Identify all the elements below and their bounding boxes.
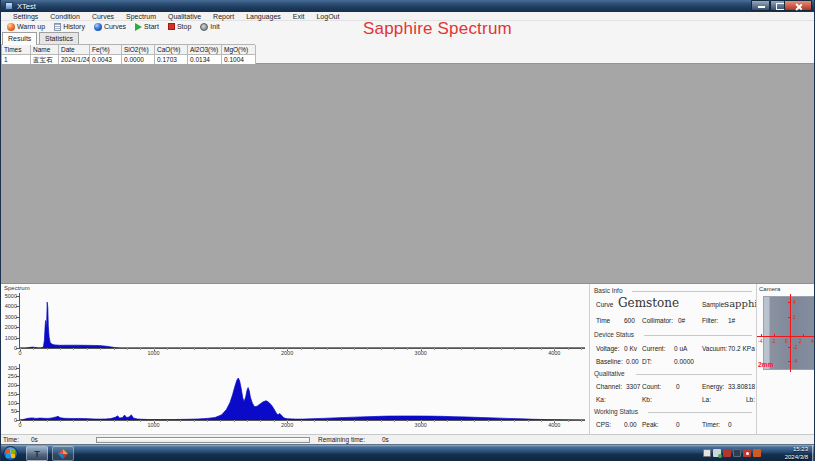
voltage-label: Voltage: [596,345,620,352]
col-header-mgo[interactable]: MgO(%) [222,45,256,55]
init-icon [200,23,208,31]
working-status-title: Working Status [594,408,638,415]
h-tick-label: 2 [799,338,802,344]
status-time-value: 0s [31,436,38,443]
crosshair-tick [761,334,762,337]
start-button[interactable]: Start [132,22,162,32]
voltage-value: 0 Kv [624,345,637,352]
close-button[interactable] [784,0,812,11]
col-header-al2o3[interactable]: Al2O3(%) [188,45,222,55]
crosshair-tick [803,334,804,337]
dt-label: DT: [642,358,652,365]
divider [648,412,752,413]
menu-logout[interactable]: LogOut [310,13,345,20]
tab-strip: Results Statistics [1,32,815,44]
energy-spectrum-chart[interactable]: 01000200030004000500001000200030004000 [19,293,585,349]
current-value: 0 uA [674,345,687,352]
menu-condition[interactable]: Condition [44,13,86,20]
top-zone: Settings Condition Curves Spectrum Quali… [1,12,815,64]
camera-title: Camera [759,286,780,292]
la-label: La: [702,396,711,403]
windows-logo-icon [6,449,15,458]
divider [636,374,752,375]
tab-results[interactable]: Results [2,32,37,45]
qualitative-title: Qualitative [594,370,625,377]
element-spectrum-chart[interactable]: 05010015020025030001000200030004000 [19,364,585,421]
collimator-label: Collimator: [642,317,673,324]
h-tick-label: 4 [811,338,814,344]
tray-update-icon[interactable] [753,449,761,457]
minimize-button[interactable] [751,0,770,11]
vacuum-value: 70.2 KPa [728,345,755,352]
current-label: Current: [642,345,665,352]
workspace-area [1,64,815,283]
init-button[interactable]: Init [197,22,222,32]
count-label: Count: [642,383,661,390]
crosshair-tick [788,361,791,362]
menu-qualitative[interactable]: Qualitative [162,13,207,20]
results-table: Times Name Date Fe(%) SiO2(%) CaO(%) Al2… [1,44,255,64]
start-button[interactable] [3,446,18,461]
col-header-date[interactable]: Date [59,45,90,55]
col-header-times[interactable]: Times [2,45,31,55]
title-bar[interactable]: XTest [1,0,815,12]
taskbar-app-2[interactable] [52,446,74,461]
history-icon [54,23,61,31]
col-header-name[interactable]: Name [31,45,59,55]
ka-label: Ka: [596,396,606,403]
bottom-panel: Spectrum 0100020003000400050000100020003… [1,283,815,434]
basic-info-title: Basic Info [594,287,623,294]
curves-icon [94,23,102,31]
v-tick-label: 2 [793,314,796,320]
tray-audio-icon[interactable] [723,449,731,457]
status-time-label: Time: [3,436,19,443]
curve-value: Gemstone [618,296,679,310]
crosshair-tick [774,334,775,337]
h-tick-label: -4 [758,338,762,344]
cps-label: CPS: [596,421,611,428]
menu-languages[interactable]: Languages [240,13,287,20]
lb-label: Lb: [746,396,755,403]
tray-display-icon[interactable] [733,449,741,457]
curves-button[interactable]: Curves [91,22,129,32]
filter-label: Filter: [702,317,718,324]
col-header-sio2[interactable]: SiO2(%) [122,45,155,55]
cps-value: 0.00 [624,421,637,428]
divider [632,291,752,292]
camera-scale-label: 2mm [758,361,773,368]
tray-security-icon[interactable] [743,449,751,457]
time-label: Time [596,317,610,324]
info-panel: Basic Info Curve Gemstone Sample: sapphi… [589,284,756,435]
col-header-fe[interactable]: Fe(%) [90,45,122,55]
energy-label: Energy: [702,383,724,390]
peak-value: 0 [676,421,680,428]
stop-button[interactable]: Stop [165,22,194,32]
warmup-button[interactable]: Warm up [4,22,48,32]
taskbar-app-xtest[interactable]: T [26,446,48,461]
warmup-icon [7,23,15,31]
menu-spectrum[interactable]: Spectrum [120,13,162,20]
history-button[interactable]: History [51,22,88,32]
menu-exit[interactable]: Exit [287,13,311,20]
remaining-time-label: Remaining time: [318,436,365,443]
tray-network-icon[interactable] [713,449,721,457]
menu-report[interactable]: Report [207,13,240,20]
crosshair-tick [788,302,791,303]
crosshair-horizontal-line [757,336,815,337]
taskbar-clock[interactable]: 15:23 2024/3/8 [764,446,808,461]
h-tick-label: -2 [771,338,775,344]
app-icon [5,2,13,10]
pinwheel-app-icon [58,449,68,459]
v-tick-label: 4 [793,299,796,305]
v-tick-label: -2 [793,344,797,350]
windows-taskbar: T 15:23 2024/3/8 [0,444,815,461]
tray-keyboard-icon[interactable] [703,449,711,457]
menu-curves[interactable]: Curves [86,13,120,20]
stop-icon [168,23,175,30]
menu-settings[interactable]: Settings [7,13,44,20]
xtest-app-icon: T [34,449,40,459]
col-header-cao[interactable]: CaO(%) [155,45,188,55]
start-icon [135,23,142,31]
clock-time: 15:23 [764,446,808,454]
tab-statistics[interactable]: Statistics [39,32,79,44]
